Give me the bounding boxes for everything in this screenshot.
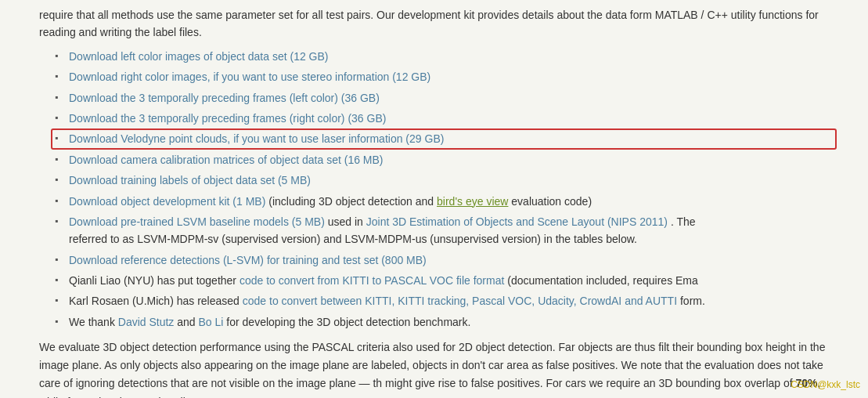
list-item-highlighted: Download Velodyne point clouds, if you w… — [55, 130, 829, 147]
item9-text1: used in — [328, 215, 366, 228]
download-link-1[interactable]: Download left color images of object dat… — [69, 50, 329, 63]
watermark: CSDN@kxk_lstc — [791, 379, 860, 390]
download-link-7[interactable]: Download training labels of object data … — [69, 174, 311, 186]
kitti-pascal-voc-link[interactable]: code to convert from KITTI to PASCAL VOC… — [240, 274, 504, 287]
page-container: require that all methods use the same pa… — [0, 0, 868, 398]
item13-text1: We thank — [69, 316, 118, 328]
list-item: Karl Rosaen (U.Mich) has released code t… — [55, 292, 829, 309]
nips2011-link[interactable]: Joint 3D Estimation of Objects and Scene… — [366, 215, 668, 228]
item8-text2: evaluation code) — [511, 195, 592, 208]
item12-text1: Karl Rosaen (U.Mich) has released — [69, 295, 243, 307]
list-item: Download the 3 temporally preceding fram… — [55, 110, 829, 127]
item13-text2: and — [177, 316, 198, 328]
kitti-convert-link[interactable]: code to convert between KITTI, KITTI tra… — [243, 295, 677, 307]
item9-subtext: referred to as LSVM-MDPM-sv (supervised … — [69, 233, 637, 245]
list-item: Qianli Liao (NYU) has put together code … — [55, 272, 829, 289]
download-link-4[interactable]: Download the 3 temporally preceding fram… — [69, 112, 386, 125]
download-link-5[interactable]: Download Velodyne point clouds, if you w… — [69, 132, 444, 145]
download-link-3[interactable]: Download the 3 temporally preceding fram… — [69, 92, 380, 104]
list-item: Download the 3 temporally preceding fram… — [55, 89, 829, 107]
intro-partial-text: require that all methods use the same pa… — [39, 6, 829, 42]
bo-li-link[interactable]: Bo Li — [199, 316, 224, 328]
list-item: Download pre-trained LSVM baseline model… — [55, 213, 829, 248]
list-item: Download left color images of object dat… — [55, 48, 829, 65]
item9-text2: . The — [671, 215, 696, 228]
bottom-paragraph: We evaluate 3D object detection performa… — [39, 338, 829, 398]
download-link-9[interactable]: Download pre-trained LSVM baseline model… — [69, 215, 325, 228]
item11-text2: (documentation included, requires Ema — [507, 274, 698, 287]
list-item: Download training labels of object data … — [55, 172, 829, 189]
list-item: Download camera calibration matrices of … — [55, 151, 829, 168]
david-stutz-link[interactable]: David Stutz — [118, 316, 175, 328]
item11-text1: Qianli Liao (NYU) has put together — [69, 274, 240, 287]
item13-text3: for developing the 3D object detection b… — [226, 316, 470, 328]
download-list: Download left color images of object dat… — [55, 48, 829, 331]
list-item: Download object development kit (1 MB) (… — [55, 193, 829, 210]
list-item: We thank David Stutz and Bo Li for devel… — [55, 313, 829, 331]
download-link-6[interactable]: Download camera calibration matrices of … — [69, 154, 384, 166]
item8-text: (including 3D object detection and — [268, 195, 437, 208]
download-link-10[interactable]: Download reference detections (L-SVM) fo… — [69, 254, 427, 266]
download-link-2[interactable]: Download right color images, if you want… — [69, 71, 430, 83]
download-link-8[interactable]: Download object development kit (1 MB) — [69, 195, 265, 208]
list-item: Download reference detections (L-SVM) fo… — [55, 251, 829, 269]
birds-eye-view-link[interactable]: bird's eye view — [437, 195, 508, 208]
item12-text2: form. — [680, 295, 705, 307]
list-item: Download right color images, if you want… — [55, 68, 829, 85]
